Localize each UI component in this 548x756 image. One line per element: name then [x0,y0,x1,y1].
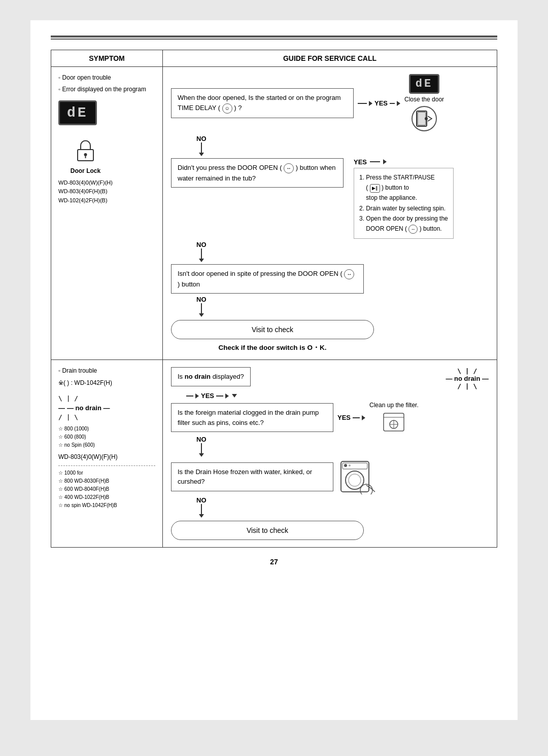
bullet-1: ◦ Door open trouble [58,73,111,83]
door-lock-icon [72,137,99,165]
drain-lines-bottom: / | \ [58,413,78,422]
close-door-icon [410,105,438,133]
yes2-drain-arrow: YES [337,414,365,421]
clean-up-section: Clean up the filter. [369,402,419,434]
yes-result-1: dE Close the door [404,74,444,133]
page: SYMPTOM GUIDE FOR SERVICE CALL ◦ Door op… [30,20,518,720]
no-drain-label: —— no drain — [58,404,110,412]
guide-cell-2: Is no drain displayed? \ | / — no drain … [163,360,497,548]
section-divider [58,465,155,466]
yes2-row: YES [354,158,387,166]
top-rule2 [51,39,497,40]
yes2-steps: 1. Press the START/PAUSE ( ▶‖ ) button t… [354,168,454,239]
main-table: SYMPTOM GUIDE FOR SERVICE CALL ◦ Door op… [51,50,497,548]
washing-machine-icon [338,459,379,494]
guide1-q2-box: Didn't you press the DOOR OPEN ( ↔ ) but… [171,158,344,188]
symptom-cell-2: ◦ Drain trouble ※( ) : WD-1042F(H) \ | /… [51,360,163,548]
visit-check-box-1: Visit to check [171,320,374,339]
guide-header: GUIDE FOR SERVICE CALL [163,50,497,66]
symptom-header: SYMPTOM [51,50,163,66]
drain-lines-top: \ | / [58,394,78,403]
svg-point-1 [84,153,87,156]
svg-point-15 [349,474,361,486]
bullet-2: ◦ Error displayed on the program [58,85,146,94]
no2-section: NO [196,241,489,262]
no2-drain-section: NO [196,436,489,457]
spin-specs-2: ☆ 1000 for ☆ 800 WD-8030F(H)B ☆ 600 WD-8… [58,469,117,510]
de-display-symptom: dE [58,100,97,125]
no-section-1: NO [196,135,489,156]
yes-drain-row: YES [186,392,489,400]
no3-section: NO [196,296,489,317]
svg-point-16 [360,484,372,494]
close-door-text: Close the door [404,96,444,103]
nodrain-right-display: \ | / — no drain — / | \ [446,367,489,390]
no3-drain-section: NO [196,496,489,518]
model-line-2: WD-803(4)0(W)(F)(H) [58,453,118,460]
top-rule1 [51,35,497,38]
page-number: 27 [51,558,497,566]
visit-check-box-2: Visit to check [171,521,364,540]
yes-arrow-1: YES [358,99,400,107]
drain-bullet-2: ※( ) : WD-1042F(H) [58,378,112,388]
guide-cell-1: When the door opened, Is the started or … [163,66,497,360]
guide2-q2-box: Is the foreign material clogged in the d… [171,403,333,432]
filter-icon [381,411,406,434]
check-footer-1: Check if the door switch is O・K. [171,343,374,352]
guide2-q3-box: Is the Drain Hose frozen with water, kin… [171,462,333,491]
de-display-guide: dE [409,74,439,94]
guide1-q3-box: Isn't door opened in spite of pressing t… [171,264,489,294]
drain-bullet-1: ◦ Drain trouble [58,366,97,376]
svg-rect-5 [418,112,426,125]
door-lock-label: Door Lock [71,167,100,174]
guide2-q1-box: Is no drain displayed? [171,367,251,386]
svg-point-6 [425,117,428,120]
symptom-cell-1: ◦ Door open trouble ◦ Error displayed on… [51,66,163,360]
svg-point-17 [344,464,347,467]
model-lines: WD-803(4)0(W)(F)(H) WD-803(4)0F(H)(B) WD… [58,178,113,205]
spin-specs-1: ☆ 800 (1000) ☆ 600 (800) ☆ no Spin (600) [58,425,95,449]
svg-point-18 [349,464,351,466]
guide1-q1-box: When the door opened, Is the started or … [171,88,354,118]
